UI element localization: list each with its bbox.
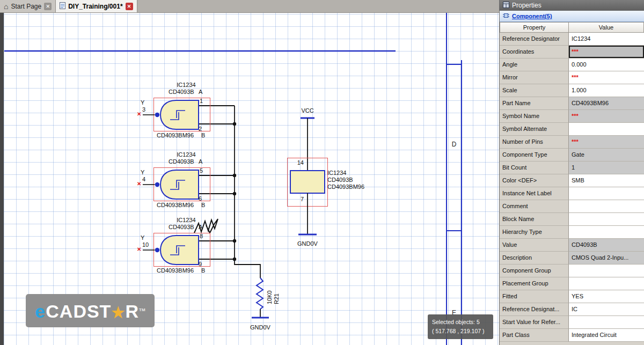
net-label: Y <box>141 234 144 241</box>
property-name-cell: Color <DEF> <box>500 174 569 187</box>
property-row: Start Value for Refer... <box>500 316 644 329</box>
property-name-cell: Part Name <box>500 97 569 110</box>
property-name-cell: Symbol Alternate <box>500 123 569 136</box>
property-value-cell[interactable]: IC1234 <box>569 33 644 46</box>
property-name-cell: Comment <box>500 200 569 213</box>
tab-close-icon[interactable]: ✕ <box>126 3 133 10</box>
property-value-cell[interactable]: 1 <box>569 162 644 174</box>
nand-gate-1[interactable]: IC1234 CD4093B A Y 3 ✕ 1 2 CD4093BM96B <box>129 82 215 142</box>
property-value-cell[interactable]: *** <box>569 46 644 58</box>
net-label: Y <box>141 169 144 175</box>
gate-part-name: CD4093B <box>169 89 194 95</box>
tooltip-selected-count: Selected objects: 5 <box>432 318 489 327</box>
property-name-cell: Value <box>500 239 569 252</box>
property-value-cell[interactable]: CMOS Quad 2-Inpu... <box>569 252 644 265</box>
selection-header-row: Component(5) <box>500 11 644 22</box>
property-row: Fitted YES <box>500 290 644 303</box>
properties-panel-icon <box>503 2 509 10</box>
property-value-cell[interactable]: SMB <box>569 174 644 187</box>
property-name-cell: Angle <box>500 58 569 71</box>
property-value-cell[interactable] <box>569 226 644 239</box>
property-value-cell[interactable] <box>569 187 644 200</box>
erc-x-marker: ✕ <box>137 246 141 252</box>
property-row: Number of Pins *** <box>500 136 644 149</box>
property-value-cell[interactable]: 1.000 <box>569 84 644 97</box>
gate-input-pin-top: 5 <box>200 167 203 174</box>
selection-tooltip: Selected objects: 5 ( 517.768 , 219.107 … <box>428 314 493 339</box>
property-value-cell[interactable]: Integrated Circuit <box>569 329 644 342</box>
property-value-cell[interactable]: YES <box>569 290 644 303</box>
erc-x-marker: ✕ <box>137 181 141 187</box>
property-value-cell[interactable]: CD4093BM96 <box>569 97 644 110</box>
gate-part-number: CD4093BM96B <box>157 202 205 208</box>
property-value-cell[interactable]: 0.000 <box>569 58 644 71</box>
property-value-cell[interactable]: CD4093B <box>569 239 644 252</box>
property-row: Part Class Integrated Circuit <box>500 329 644 342</box>
gate-pin-a-label: A <box>199 224 202 230</box>
property-value-cell[interactable] <box>569 316 644 329</box>
property-row: Color <DEF> SMB <box>500 174 644 187</box>
net-label: Y <box>141 99 144 106</box>
frame-zone-label-d: D <box>449 141 459 148</box>
property-value-cell[interactable]: *** <box>569 136 644 149</box>
gate-part-name: CD4093B <box>169 224 194 230</box>
component-icon <box>503 12 509 20</box>
nand-gate-2[interactable]: IC1234 CD4093B A Y 4 ✕ 5 6 CD4093BM96B <box>129 151 215 211</box>
property-name-cell: Number of Pins <box>500 136 569 149</box>
property-name-cell: Coordinates <box>500 46 569 58</box>
property-value-cell[interactable]: *** <box>569 110 644 123</box>
property-value-cell[interactable]: Gate <box>569 149 644 162</box>
properties-panel: Properties Component(5) Property Value R… <box>499 0 644 345</box>
property-row: Symbol Alternate <box>500 123 644 136</box>
property-value-cell[interactable]: IC <box>569 303 644 316</box>
property-value-cell[interactable] <box>569 213 644 226</box>
ecadstar-logo: eCADST★RTM <box>26 294 155 327</box>
property-row: Mirror *** <box>500 71 644 84</box>
property-value-cell[interactable]: *** <box>569 71 644 84</box>
properties-table: Reference Designator IC1234 Coordinates … <box>500 33 644 345</box>
vcc-net-label: VCC <box>293 107 322 114</box>
gate-pin-a-label: A <box>199 158 202 165</box>
tooltip-coordinates: ( 517.768 , 219.107 ) <box>432 327 489 336</box>
nand-gate-3[interactable]: IC1234 CD4093B A Y 10 ✕ 8 9 CD4093BM96B <box>129 217 215 277</box>
property-name-cell: Description <box>500 252 569 265</box>
property-row: Part Name CD4093BM96 <box>500 97 644 110</box>
component-selection-link[interactable]: Component(5) <box>512 13 552 19</box>
gate-input-pin-bottom: 6 <box>199 195 202 202</box>
properties-title-bar: Properties <box>500 0 644 11</box>
gate-input-pin-bottom: 9 <box>199 261 202 267</box>
tab-diy-training[interactable]: DIY_Training/001* ✕ <box>56 0 137 12</box>
property-row: Component Group <box>500 265 644 277</box>
properties-title: Properties <box>512 2 541 9</box>
gate-output-pin-number: 3 <box>142 106 145 113</box>
property-name-cell: Start Value for Refer... <box>500 316 569 329</box>
power-part-symbol[interactable] <box>288 118 328 234</box>
gate-part-number: CD4093BM96B <box>157 132 205 138</box>
property-row: Block Name <box>500 213 644 226</box>
tab-label: Start Page <box>11 3 41 10</box>
property-row: Angle 0.000 <box>500 58 644 71</box>
property-name-cell: Reference Designat... <box>500 303 569 316</box>
property-name-cell: Component Group <box>500 265 569 277</box>
power-ref-designator: IC1234 <box>327 170 346 176</box>
gnd-net-label: GND0V <box>293 240 322 247</box>
property-value-cell[interactable] <box>569 123 644 136</box>
property-value-cell[interactable] <box>569 200 644 213</box>
gate-pin-b-label: B <box>201 202 205 208</box>
schematic-canvas[interactable]: D E IC1234 CD4093B A Y 3 ✕ 1 2 CD4093BM9… <box>0 13 499 345</box>
tab-start-page[interactable]: ⌂ Start Page ✕ <box>0 0 56 12</box>
property-row: Placement Group <box>500 277 644 290</box>
property-name-cell: Fitted <box>500 290 569 303</box>
property-value-cell[interactable] <box>569 277 644 290</box>
property-row: Reference Designator IC1234 <box>500 33 644 46</box>
property-name-cell: Reference Designator <box>500 33 569 46</box>
property-name-cell: Mirror <box>500 71 569 84</box>
gate-ref-designator: IC1234 <box>162 82 210 88</box>
property-name-cell: Block Name <box>500 213 569 226</box>
gate-pin-a-label: A <box>199 89 202 95</box>
gate-ref-designator: IC1234 <box>162 217 210 223</box>
gate-input-pin-bottom: 2 <box>199 126 202 132</box>
tab-close-icon[interactable]: ✕ <box>44 3 52 10</box>
gate-part-number: CD4093BM96B <box>157 267 205 274</box>
property-value-cell[interactable] <box>569 265 644 277</box>
